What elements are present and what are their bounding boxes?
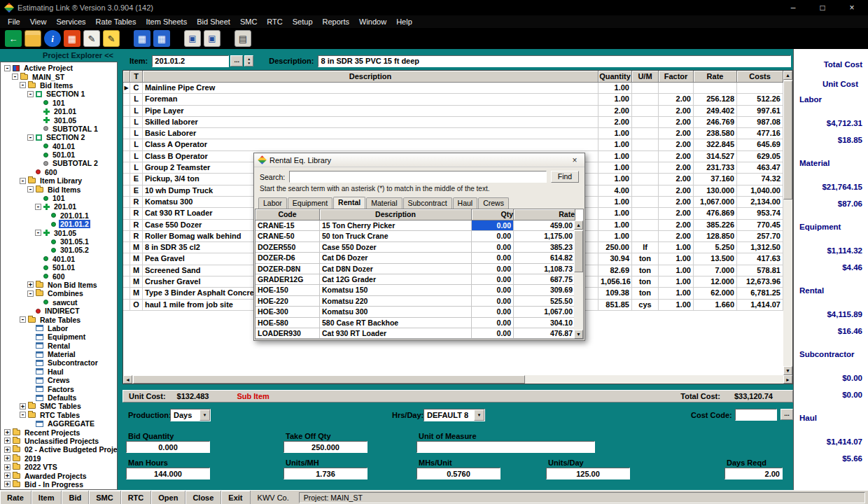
tree-expander[interactable]: + [4,472,10,479]
tree-item[interactable]: Rental [1,342,117,350]
tree-expander[interactable] [27,395,34,401]
tree-item[interactable]: - Bid Items [1,185,117,193]
tree-item[interactable]: - Active Project [1,64,117,72]
maximize-button[interactable]: □ [818,3,827,13]
grid-row[interactable]: L Class A Operator 1.00 2.00 322.845 645… [123,139,783,150]
tree-expander[interactable]: + [27,281,34,288]
unit-of-measure-input[interactable] [416,441,595,453]
close-button[interactable]: Close [186,491,221,504]
cell-qty[interactable]: 0.00 [472,328,514,339]
tree-item[interactable]: - Bid Items [1,81,117,90]
tab-equipment[interactable]: Equipment [288,197,332,209]
tree-expander[interactable]: + [4,429,10,435]
tree-expander[interactable] [27,342,34,349]
tree-item[interactable]: - RTC Tables [1,411,117,419]
grid-column-header[interactable]: U/M [632,71,659,83]
tree-expander[interactable] [27,386,34,392]
tree-item[interactable]: Subcontractor [1,358,117,367]
tree-item[interactable]: Equipment [1,332,117,341]
grid-column-header[interactable]: Costs [737,71,783,83]
tree-expander[interactable] [35,299,41,305]
grid-column-header[interactable]: Quantity [598,71,632,83]
tree-expander[interactable]: - [20,316,26,323]
menu-smc[interactable]: SMC [235,15,262,28]
grid-row[interactable]: L Basic Laborer 1.00 2.00 238.580 477.16 [123,128,783,139]
grid-column-header[interactable]: T [130,71,143,83]
tree-expander[interactable] [35,125,41,132]
tree-item[interactable]: Defaults [1,393,117,402]
scrollbar-thumb[interactable] [133,375,525,384]
tree-expander[interactable]: - [20,178,26,184]
menu-bid-sheet[interactable]: Bid Sheet [192,15,235,28]
library-row[interactable]: DOZER-D6 Cat D6 Dozer 0.00 614.82 [255,253,574,263]
tree-item[interactable]: Crews [1,376,117,384]
menu-rtc[interactable]: RTC [262,15,287,28]
tab-rental[interactable]: Rental [333,197,365,209]
tree-item[interactable]: 501.01 [1,150,117,159]
tree-expander[interactable]: - [12,74,18,80]
cost-code-lookup-button[interactable]: ... [780,409,793,420]
hrs-day-select[interactable]: DEFAULT 8 ▼ [424,409,485,421]
tree-expander[interactable] [35,195,41,202]
tab-crews[interactable]: Crews [478,197,509,209]
tree-item[interactable]: - Rate Tables [1,315,117,323]
tree-item[interactable]: SUBTOTAL 2 [1,159,117,167]
library-row[interactable]: HOE-300 Komatsu 300 0.00 1,067.00 [255,307,574,317]
units-day-input[interactable] [546,468,630,479]
tree-item[interactable]: + 2019 [1,454,117,463]
tab-subcontract[interactable]: Subcontract [403,197,452,209]
menu-view[interactable]: View [25,15,52,28]
item-button[interactable]: Item [31,491,62,504]
dialog-titlebar[interactable]: Rental Eq. Library × [254,153,584,167]
tree-item[interactable]: - MAIN_ST [1,72,117,80]
menu-services[interactable]: Services [51,15,90,28]
tree-expander[interactable]: - [35,230,41,236]
library-column-header[interactable]: Rate [514,209,575,220]
tree-item[interactable]: 600 [1,168,117,176]
tree-item[interactable]: Factors [1,384,117,393]
tree-expander[interactable] [27,368,34,374]
tree-expander[interactable]: - [20,82,26,88]
tree-expander[interactable]: - [4,65,10,71]
grid-column-header[interactable]: Description [143,71,598,83]
library-column-header[interactable]: Description [320,209,472,220]
tab-labor[interactable]: Labor [258,197,287,209]
exit-button[interactable]: Exit [221,491,250,504]
tree-expander[interactable] [35,143,41,149]
library-row[interactable]: GRADER12G Cat 12G Grader 0.00 687.75 [255,274,574,285]
tree-item[interactable]: + Bid - In Progress [1,480,117,489]
cost-code-input[interactable] [735,409,777,421]
smc-button[interactable]: SMC [89,491,120,504]
scrollbar-thumb[interactable] [783,80,792,200]
tree-item[interactable]: Labor [1,324,117,332]
tree-item[interactable]: Haul [1,368,117,376]
tree-expander[interactable]: + [20,403,26,410]
menu-help[interactable]: Help [391,15,417,28]
tree-item[interactable]: 501.01 [1,263,117,272]
tree-item[interactable]: 401.01 [1,142,117,150]
menu-setup[interactable]: Setup [288,15,318,28]
tree-expander[interactable]: - [20,412,26,418]
table-icon[interactable]: ▦ [153,30,170,47]
menu-file[interactable]: File [3,15,25,28]
days-reqd-input[interactable] [724,468,783,479]
chevron-down-icon[interactable]: ▼ [200,410,210,421]
tree-item[interactable]: 301.05 [1,115,117,124]
units-mh-input[interactable] [284,468,368,479]
tree-item[interactable]: 101 [1,99,117,107]
library-row[interactable]: CRANE-50 50 ton Truck Crane 0.00 1,175.0… [255,231,574,241]
cell-qty[interactable]: 0.00 [472,231,514,241]
tree-item[interactable]: 201.01.2 [1,220,117,228]
tree-expander[interactable] [43,247,49,253]
print-icon[interactable]: ▤ [234,30,251,47]
scroll-up-icon[interactable]: ▲ [783,71,792,80]
man-hours-input[interactable] [126,468,210,479]
rtc-button[interactable]: RTC [121,491,152,504]
cell-qty[interactable]: 0.00 [472,264,514,274]
rate-button[interactable]: Rate [0,491,31,504]
tree-item[interactable]: sawcut [1,298,117,307]
tree-expander[interactable]: + [4,438,10,444]
library-column-header[interactable]: Qty [472,209,514,220]
library-row[interactable]: HOE-150 Komatsu 150 0.00 309.69 [255,285,574,295]
library-row[interactable]: LOADER930 Cat 930 RT Loader 0.00 476.87 [255,328,574,339]
